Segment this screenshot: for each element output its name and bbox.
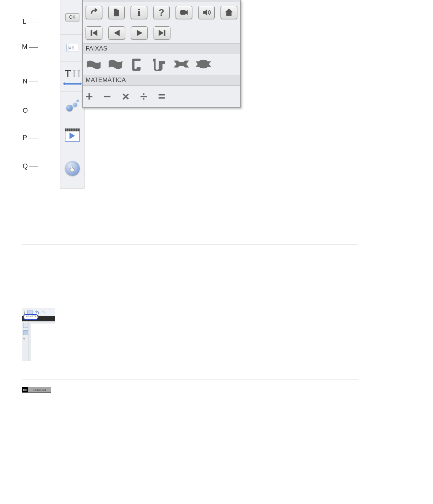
- prev-button[interactable]: [108, 26, 125, 40]
- label-L: L: [23, 18, 26, 26]
- palette-row-playback: [83, 23, 240, 43]
- shapes-palette: i ?: [82, 0, 241, 108]
- svg-rect-0: [180, 11, 185, 15]
- play-button[interactable]: [131, 26, 148, 40]
- thumb-body: T How t: [22, 321, 55, 361]
- banner-scroll-horiz-icon[interactable]: [151, 58, 167, 71]
- star-tool-icon[interactable]: [23, 323, 28, 328]
- vtool-touch-cell: [60, 150, 84, 187]
- page-button[interactable]: [108, 6, 125, 19]
- last-button[interactable]: [154, 26, 170, 40]
- cc-logo-icon: CC: [22, 387, 28, 392]
- section-header-faixas-label: FAIXAS: [86, 45, 108, 52]
- help-button[interactable]: ?: [153, 6, 170, 19]
- info-button[interactable]: i: [131, 6, 147, 19]
- banner-wave-1-icon[interactable]: [86, 58, 102, 71]
- banner-ribbon-1-icon[interactable]: [173, 58, 189, 71]
- license-badge[interactable]: CC BY-NC-SA: [22, 387, 51, 393]
- math-equals-icon[interactable]: =: [158, 89, 165, 104]
- thumb-canvas: How t: [31, 324, 55, 361]
- leader-N: [29, 82, 38, 82]
- banner-ribbon-2-icon[interactable]: [195, 58, 211, 71]
- text-tool-icon[interactable]: [23, 330, 28, 335]
- vtool-effects-cell: [60, 92, 84, 120]
- label-M: M: [22, 43, 27, 51]
- license-text: BY-NC-SA: [28, 389, 51, 391]
- vtool-textfield-cell: AB: [60, 35, 84, 61]
- partial-icon: [42, 310, 45, 315]
- banner-scroll-vert-icon[interactable]: [129, 58, 146, 71]
- first-button[interactable]: [86, 26, 102, 40]
- section-header-matematica: MATEMÀTICA: [83, 75, 240, 86]
- bubbles-icon[interactable]: [65, 100, 80, 112]
- thumb-tab-label: FILMSTRIP: [26, 315, 39, 317]
- section-header-matematica-label: MATEMÀTICA: [86, 76, 126, 83]
- divider-2: [22, 380, 358, 380]
- svg-rect-1: [91, 30, 92, 36]
- vtool-video-cell: [60, 120, 84, 150]
- letter-spacing-icon[interactable]: TII: [64, 68, 81, 85]
- banner-wave-2-icon[interactable]: [108, 58, 124, 71]
- palette-row-nav: i ?: [83, 2, 240, 23]
- math-divide-icon[interactable]: ÷: [140, 89, 147, 104]
- leader-O: [29, 111, 38, 111]
- label-O: O: [23, 107, 28, 115]
- divider-1: [22, 244, 358, 244]
- section-header-faixas: FAIXAS: [83, 43, 240, 54]
- vtool-ok-cell: OK: [60, 0, 84, 35]
- video-button[interactable]: [176, 6, 192, 19]
- sound-button[interactable]: [198, 6, 215, 19]
- vtool-tracking-cell: TII: [60, 61, 84, 92]
- ok-button[interactable]: OK: [65, 13, 79, 21]
- up-back-button[interactable]: [86, 6, 102, 19]
- toolbar-palette-figure: L M N O P Q OK AB: [22, 0, 221, 190]
- help-icon: ?: [159, 7, 165, 18]
- leader-M: [29, 47, 38, 48]
- thumb-tabstrip: FILMSTRIP: [22, 316, 55, 321]
- label-Q: Q: [23, 163, 28, 170]
- text-field-icon[interactable]: AB: [67, 44, 78, 52]
- palette-row-math: + − × ÷ =: [83, 86, 240, 107]
- secondary-thumbnail: FILMSTRIP T How t: [22, 309, 55, 361]
- filmstrip-play-icon[interactable]: [65, 128, 80, 142]
- ok-button-label: OK: [69, 15, 75, 20]
- math-times-icon[interactable]: ×: [122, 89, 129, 104]
- home-button[interactable]: [221, 6, 237, 19]
- touch-hand-icon[interactable]: [65, 161, 80, 176]
- math-minus-icon[interactable]: −: [104, 89, 111, 104]
- palette-row-banners: [83, 54, 240, 75]
- info-icon: i: [138, 7, 140, 18]
- svg-rect-2: [164, 30, 165, 36]
- cc-logo-text: CC: [23, 388, 27, 392]
- leader-P: [28, 138, 38, 138]
- text-field-placeholder: AB: [69, 46, 75, 50]
- leader-L: [28, 22, 38, 22]
- vertical-toolbar: OK AB TII: [60, 0, 84, 188]
- label-N: N: [23, 78, 27, 85]
- leader-Q: [29, 167, 38, 167]
- thumb-sidebar: T: [22, 321, 29, 361]
- label-P: P: [23, 134, 27, 142]
- math-plus-icon[interactable]: +: [86, 89, 93, 104]
